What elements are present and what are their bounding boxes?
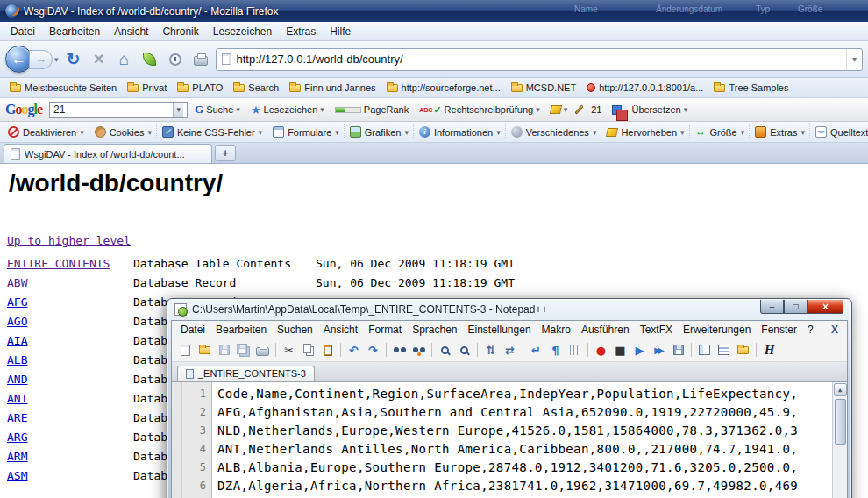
dropdown-icon[interactable]: ▾ xyxy=(259,128,263,137)
tab-wsgidav[interactable]: WsgiDAV - Index of /world-db/count... xyxy=(4,144,212,163)
webdev-cookies[interactable]: Cookies▾ xyxy=(90,125,157,139)
npp-menu-bearbeiten[interactable]: Bearbeiten xyxy=(210,323,272,337)
document-map-button[interactable] xyxy=(696,343,713,358)
stop-button[interactable]: × xyxy=(89,49,110,70)
bookmark-localhost-8001[interactable]: http://127.0.0.1:8001/a... xyxy=(582,81,708,95)
dropdown-icon[interactable]: ▾ xyxy=(593,128,597,137)
maximize-button[interactable]: □ xyxy=(784,300,808,314)
word-find-button[interactable]: 21 xyxy=(587,103,605,117)
save-macro-button[interactable] xyxy=(670,343,687,358)
menu-lesezeichen[interactable]: Lesezeichen xyxy=(206,24,279,39)
menu-ansicht[interactable]: Ansicht xyxy=(107,24,155,39)
play-macro-button[interactable]: ▶ xyxy=(631,343,648,358)
webdev-formulare[interactable]: Formulare▾ xyxy=(268,125,345,139)
dropdown-icon[interactable]: ▾ xyxy=(147,128,152,137)
open-file-button[interactable] xyxy=(196,343,213,358)
find-button[interactable] xyxy=(391,343,408,358)
menu-bearbeiten[interactable]: Bearbeiten xyxy=(42,24,107,39)
document-tab[interactable]: _ENTIRE_CONTENTS-3 xyxy=(177,366,315,381)
npp-menu-help[interactable]: ? xyxy=(802,323,819,337)
bookmark-tree-samples[interactable]: Tree Samples xyxy=(709,81,793,95)
npp-menu-fenster[interactable]: Fenster xyxy=(756,323,802,337)
bookmark-sourceforge[interactable]: http://sourceforge.net... xyxy=(382,81,505,95)
npp-menu-suchen[interactable]: Suchen xyxy=(272,323,318,337)
function-list-button[interactable] xyxy=(715,343,732,358)
reload-button[interactable]: ↻ xyxy=(63,49,84,70)
pagerank-indicator[interactable]: PageRank xyxy=(331,103,412,117)
entry-link-ago[interactable]: AGO xyxy=(7,315,133,328)
npp-menu-ausfuehren[interactable]: Ausführen xyxy=(576,323,635,337)
webdev-verschiedenes[interactable]: Verschiedenes▾ xyxy=(507,125,602,139)
print-button[interactable] xyxy=(254,343,271,358)
webdev-quelltext[interactable]: </>Quelltext xyxy=(811,125,868,139)
google-search-input[interactable]: 21 ▾ xyxy=(49,102,188,118)
replace-button[interactable] xyxy=(410,343,427,358)
sync-vertical-button[interactable]: ⇅ xyxy=(482,343,499,358)
url-text[interactable]: http://127.0.0.1/world-db/country/ xyxy=(237,53,841,66)
extension-clock-button[interactable] xyxy=(165,49,186,70)
webdev-grafiken[interactable]: Grafiken▾ xyxy=(345,125,414,139)
webdev-groesse[interactable]: ↔Größe▾ xyxy=(691,125,751,139)
record-macro-button[interactable]: ● xyxy=(593,343,609,358)
menu-hilfe[interactable]: Hilfe xyxy=(323,24,358,39)
npp-menu-erweiterungen[interactable]: Erweiterungen xyxy=(678,323,756,337)
history-dropdown[interactable]: ▾ xyxy=(54,55,59,64)
entry-link-aia[interactable]: AIA xyxy=(7,334,133,347)
vertical-scrollbar[interactable]: ▲ xyxy=(832,382,847,498)
bookmark-finn-und-jannes[interactable]: Finn und Jannes xyxy=(285,81,380,95)
entry-link-ant[interactable]: ANT xyxy=(7,392,133,405)
npp-menu-format[interactable]: Format xyxy=(363,323,407,337)
npp-menu-makro[interactable]: Makro xyxy=(537,323,576,337)
stop-macro-button[interactable]: ■ xyxy=(612,343,629,358)
editor-text-area[interactable]: Code,Name,Continent,Region,SurfaceArea,I… xyxy=(212,382,832,498)
print-button[interactable] xyxy=(190,49,211,70)
spellcheck-button[interactable]: ABC✓Rechtschreibprüfung▾ xyxy=(416,103,543,117)
hex-editor-button[interactable]: H xyxy=(761,343,778,358)
forward-button[interactable]: → xyxy=(29,50,53,69)
google-logo[interactable]: Google xyxy=(5,102,42,117)
dropdown-icon[interactable]: ▾ xyxy=(496,128,501,137)
sync-horizontal-button[interactable]: ⇄ xyxy=(502,343,518,358)
dropdown-icon[interactable]: ▾ xyxy=(404,128,409,137)
webdev-css[interactable]: ✓Keine CSS-Fehler▾ xyxy=(158,125,267,139)
redo-button[interactable]: ↷ xyxy=(365,343,381,358)
google-search-value[interactable]: 21 xyxy=(53,103,173,116)
dropdown-icon[interactable]: ▾ xyxy=(80,128,84,137)
entry-link-alb[interactable]: ALB xyxy=(7,353,133,366)
dropdown-icon[interactable]: ▾ xyxy=(800,128,805,137)
entry-link-arm[interactable]: ARM xyxy=(7,450,133,463)
new-tab-button[interactable]: + xyxy=(215,145,236,161)
extension-leaf-button[interactable] xyxy=(139,49,160,70)
dropdown-icon[interactable]: ▾ xyxy=(741,128,745,137)
dropdown-icon[interactable]: ▾ xyxy=(320,105,324,114)
notepadpp-titlebar[interactable]: C:\Users\Martin\AppData\Local\Temp\_ENTI… xyxy=(167,299,851,319)
zoom-out-button[interactable] xyxy=(456,343,473,358)
dropdown-icon[interactable]: ▾ xyxy=(564,105,568,114)
word-wrap-button[interactable]: ↵ xyxy=(528,343,544,358)
copy-button[interactable] xyxy=(300,343,317,358)
npp-menu-ansicht[interactable]: Ansicht xyxy=(318,323,363,337)
webdev-extras[interactable]: Extras▾ xyxy=(751,125,810,139)
minimize-button[interactable]: – xyxy=(760,300,784,314)
google-lesezeichen-button[interactable]: ★Lesezeichen▾ xyxy=(247,102,328,118)
webdev-informationen[interactable]: iInformationen▾ xyxy=(415,125,506,139)
translate-button[interactable]: Übersetzen▾ xyxy=(608,103,691,117)
document-close-button[interactable]: X xyxy=(826,323,843,337)
firefox-titlebar[interactable]: WsgiDAV - Index of /world-db/country/ - … xyxy=(0,0,868,22)
entry-link-arg[interactable]: ARG xyxy=(7,430,133,444)
cut-button[interactable]: ✂ xyxy=(281,343,297,358)
bookmark-search[interactable]: Search xyxy=(229,81,283,95)
search-history-dropdown[interactable]: ▾ xyxy=(173,103,183,117)
dropdown-icon[interactable]: ▾ xyxy=(236,105,240,114)
webdev-deaktivieren[interactable]: Deaktivieren▾ xyxy=(4,125,89,139)
run-macro-multiple-button[interactable]: ▶▶ xyxy=(651,343,667,358)
indent-guide-button[interactable] xyxy=(566,343,583,358)
zoom-in-button[interactable] xyxy=(437,343,453,358)
close-button[interactable]: × xyxy=(808,300,843,314)
dropdown-icon[interactable]: ▾ xyxy=(335,128,339,137)
entry-link-afg[interactable]: AFG xyxy=(7,295,133,309)
npp-menu-sprachen[interactable]: Sprachen xyxy=(407,323,462,337)
scrollbar-thumb[interactable] xyxy=(835,399,846,445)
npp-menu-einstellungen[interactable]: Einstellungen xyxy=(463,323,537,337)
dropdown-icon[interactable]: ▾ xyxy=(680,128,685,137)
